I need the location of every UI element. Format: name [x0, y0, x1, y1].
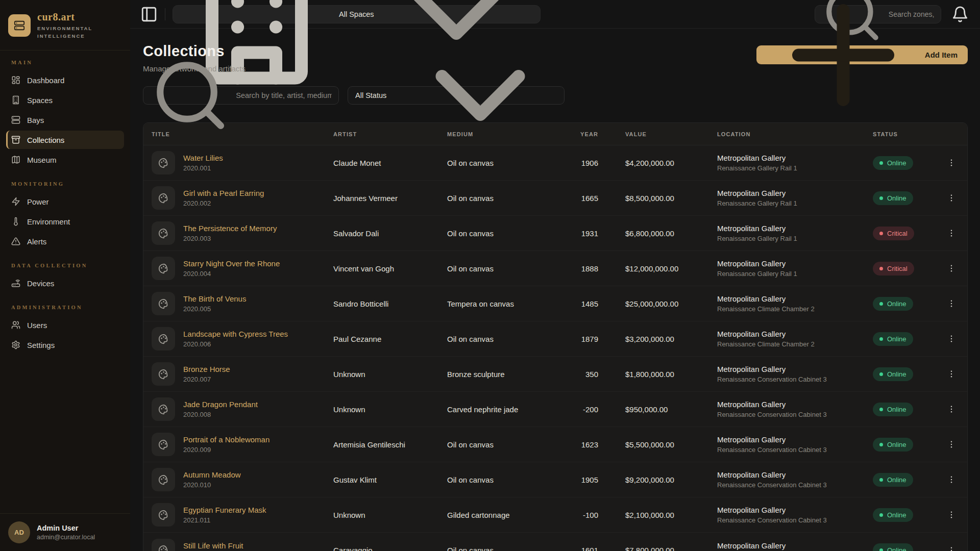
table-row: Jade Dragon Pendant2020.008UnknownCarved…	[143, 392, 967, 427]
artist-cell: Johannes Vermeer	[333, 194, 447, 203]
app-root: cur8.art ENVIRONMENTAL INTELLIGENCE MAIN…	[0, 0, 980, 551]
artwork-title-link[interactable]: Girl with a Pearl Earring	[183, 189, 264, 197]
sidebar-item-spaces[interactable]: Spaces	[6, 91, 124, 109]
sidebar-item-museum[interactable]: Museum	[6, 151, 124, 169]
sidebar-item-settings[interactable]: Settings	[6, 336, 124, 354]
palette-icon	[158, 404, 169, 415]
medium-cell: Oil on canvas	[447, 546, 557, 551]
search-icon	[150, 55, 231, 136]
status-badge: Online	[873, 367, 913, 381]
more-vertical-icon	[947, 158, 956, 167]
artwork-title-link[interactable]: Landscape with Cypress Trees	[183, 330, 288, 338]
row-actions-menu-button[interactable]	[944, 543, 959, 551]
collection-search-input[interactable]	[236, 91, 332, 99]
artwork-title-link[interactable]: The Birth of Venus	[183, 294, 246, 303]
title-text-block: Still Life with Fruit2021.012	[183, 541, 243, 551]
sidebar-item-environment[interactable]: Environment	[6, 212, 124, 231]
row-actions-menu-button[interactable]	[944, 472, 959, 487]
artwork-title-link[interactable]: Jade Dragon Pendant	[183, 400, 258, 409]
row-actions-menu-button[interactable]	[944, 155, 959, 170]
sidebar-item-collections[interactable]: Collections	[6, 131, 124, 149]
artwork-title-link[interactable]: Bronze Horse	[183, 365, 230, 373]
server-icon	[14, 20, 25, 31]
row-actions-menu-button[interactable]	[944, 331, 959, 346]
row-actions-menu-button[interactable]	[944, 402, 959, 417]
sidebar-item-label: Alerts	[27, 237, 46, 246]
title-cell: Bronze Horse2020.007	[152, 362, 333, 386]
notifications-button[interactable]	[951, 6, 969, 23]
accession-number: 2020.007	[183, 375, 230, 383]
column-header-artist: ARTIST	[333, 131, 447, 137]
value-cell: $1,800,000.00	[598, 370, 717, 379]
status-cell: Online	[873, 332, 940, 346]
sidebar-item-power[interactable]: Power	[6, 192, 124, 211]
value-cell: $12,000,000.00	[598, 264, 717, 273]
row-actions-menu-button[interactable]	[944, 437, 959, 452]
status-badge: Online	[873, 403, 913, 416]
artwork-thumbnail	[152, 327, 175, 350]
palette-icon	[158, 439, 169, 450]
sidebar-item-bays[interactable]: Bays	[6, 111, 124, 129]
space-selector-label: All Spaces	[339, 10, 374, 18]
year-cell: 1931	[557, 229, 598, 238]
status-badge: Critical	[873, 227, 914, 240]
year-cell: 1665	[557, 194, 598, 203]
sidebar-toggle-button[interactable]	[140, 6, 158, 23]
value-cell: $7,800,000.00	[598, 546, 717, 551]
artwork-title-link[interactable]: Starry Night Over the Rhone	[183, 259, 280, 268]
router-icon	[11, 279, 20, 288]
accession-number: 2020.002	[183, 199, 264, 207]
value-cell: $3,200,000.00	[598, 335, 717, 343]
artwork-title-link[interactable]: Still Life with Fruit	[183, 541, 243, 550]
add-item-button[interactable]: Add Item	[756, 45, 968, 64]
artist-cell: Salvador Dali	[333, 229, 447, 238]
table-row: Autumn Meadow2020.010Gustav KlimtOil on …	[143, 462, 967, 497]
brand-tagline: ENVIRONMENTAL INTELLIGENCE	[37, 25, 92, 40]
more-vertical-icon	[947, 546, 956, 551]
row-actions-menu-button[interactable]	[944, 507, 959, 522]
sidebar-item-dashboard[interactable]: Dashboard	[6, 71, 124, 89]
artwork-title-link[interactable]: Water Lilies	[183, 154, 223, 162]
artwork-title-link[interactable]: Egyptian Funerary Mask	[183, 506, 266, 514]
sidebar-item-label: Users	[27, 321, 47, 330]
row-actions-menu-button[interactable]	[944, 226, 959, 241]
medium-cell: Oil on canvas	[447, 440, 557, 449]
artwork-title-link[interactable]: Autumn Meadow	[183, 470, 241, 479]
column-header-value: VALUE	[598, 131, 717, 137]
content: Collections Manage artworks and artifact…	[130, 29, 980, 551]
row-actions-menu-button[interactable]	[944, 261, 959, 276]
artwork-title-link[interactable]: The Persistence of Memory	[183, 224, 277, 233]
value-cell: $5,500,000.00	[598, 440, 717, 449]
sidebar-item-alerts[interactable]: Alerts	[6, 232, 124, 251]
status-dot	[879, 337, 883, 341]
title-text-block: Starry Night Over the Rhone2020.004	[183, 259, 280, 278]
status-dot	[879, 548, 883, 551]
location-name: Metropolitan Gallery	[717, 470, 873, 479]
user-footer[interactable]: AD Admin User admin@curator.local	[0, 513, 130, 551]
title-cell: The Birth of Venus2020.005	[152, 292, 333, 315]
status-badge: Online	[873, 438, 913, 452]
location-name: Metropolitan Gallery	[717, 365, 873, 373]
row-actions-menu-button[interactable]	[944, 190, 959, 206]
accession-number: 2020.004	[183, 270, 280, 278]
sidebar-item-label: Museum	[27, 156, 57, 164]
artwork-title-link[interactable]: Portrait of a Noblewoman	[183, 435, 270, 444]
status-filter-select[interactable]: All Status	[348, 86, 565, 105]
row-actions-menu-button[interactable]	[944, 296, 959, 311]
sidebar-item-devices[interactable]: Devices	[6, 274, 124, 292]
medium-cell: Oil on canvas	[447, 159, 557, 167]
artist-cell: Caravaggio	[333, 546, 447, 551]
nav-section-data-collection: DATA COLLECTIONDevices	[6, 263, 124, 292]
status-badge: Critical	[873, 262, 914, 276]
accession-number: 2020.003	[183, 235, 277, 242]
location-name: Metropolitan Gallery	[717, 506, 873, 514]
artwork-thumbnail	[152, 257, 175, 280]
more-vertical-icon	[947, 229, 956, 238]
location-cell: Metropolitan GalleryRenaissance Climate …	[717, 294, 873, 313]
sidebar-nav: MAINDashboardSpacesBaysCollectionsMuseum…	[0, 51, 130, 513]
bell-icon	[951, 6, 969, 23]
row-actions-menu-button[interactable]	[944, 366, 959, 382]
column-header-location: LOCATION	[717, 131, 873, 137]
sidebar-item-users[interactable]: Users	[6, 316, 124, 334]
year-cell: 1485	[557, 299, 598, 308]
